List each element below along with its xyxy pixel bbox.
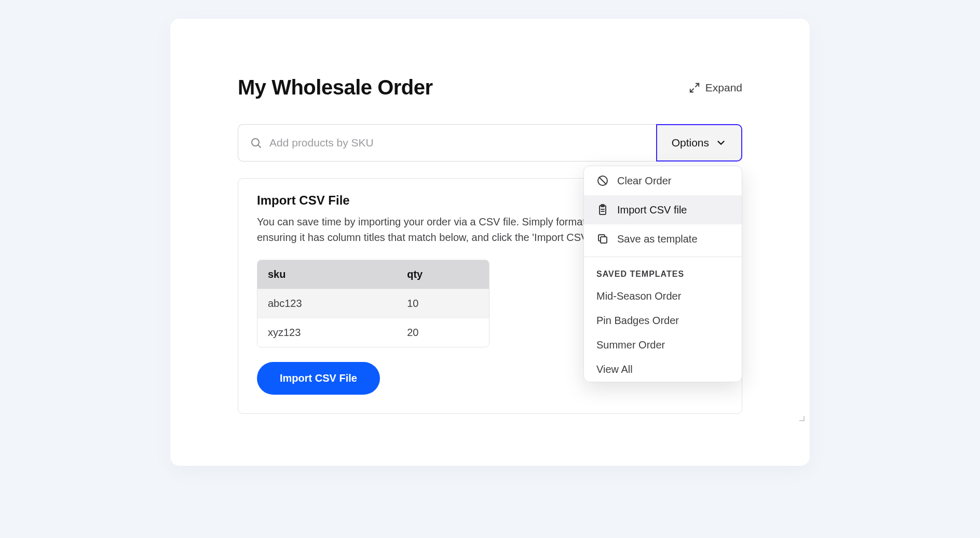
dropdown-item-import-csv[interactable]: Import CSV file <box>584 195 742 224</box>
dropdown-template-item[interactable]: Pin Badges Order <box>584 308 742 333</box>
csv-example-table: sku qty abc123 10 xyz123 20 <box>257 260 489 347</box>
search-wrap[interactable] <box>238 124 656 162</box>
dropdown-template-item[interactable]: Summer Order <box>584 333 742 357</box>
dropdown-item-clear-order[interactable]: Clear Order <box>584 166 742 195</box>
options-button-label: Options <box>672 137 709 149</box>
dropdown-item-label: Save as template <box>617 233 698 245</box>
table-row: abc123 10 <box>257 289 489 318</box>
order-card: My Wholesale Order Expand Options <box>170 19 810 466</box>
expand-button[interactable]: Expand <box>689 82 742 94</box>
dropdown-template-view-all[interactable]: View All <box>584 357 742 382</box>
import-csv-button[interactable]: Import CSV File <box>257 362 380 395</box>
resize-handle-icon[interactable] <box>797 414 805 421</box>
options-button[interactable]: Options <box>656 124 742 162</box>
expand-label: Expand <box>705 82 742 94</box>
dropdown-item-save-template[interactable]: Save as template <box>584 224 742 253</box>
table-header-row: sku qty <box>257 260 489 289</box>
table-header-cell: sku <box>257 260 397 289</box>
table-cell: abc123 <box>257 289 397 318</box>
dropdown-template-item[interactable]: Mid-Season Order <box>584 284 742 308</box>
expand-icon <box>689 82 700 93</box>
svg-line-1 <box>258 145 261 148</box>
card-header: My Wholesale Order Expand <box>238 76 742 99</box>
dropdown-item-label: Clear Order <box>617 175 671 187</box>
controls-row: Options Clear Order Import CSV file <box>238 124 742 162</box>
clipboard-icon <box>596 204 609 216</box>
page-title: My Wholesale Order <box>238 76 433 99</box>
table-cell: 10 <box>397 289 489 318</box>
search-icon <box>250 137 262 149</box>
table-cell: xyz123 <box>257 318 397 347</box>
svg-rect-8 <box>601 237 607 243</box>
table-cell: 20 <box>397 318 489 347</box>
options-dropdown: Clear Order Import CSV file Save as temp… <box>583 166 742 382</box>
dropdown-templates-heading: SAVED TEMPLATES <box>584 257 742 284</box>
svg-line-3 <box>600 178 606 184</box>
chevron-down-icon <box>715 137 727 149</box>
search-input[interactable] <box>269 137 645 149</box>
ban-icon <box>596 174 609 187</box>
copy-icon <box>596 233 609 245</box>
table-row: xyz123 20 <box>257 318 489 347</box>
table-header-cell: qty <box>397 260 489 289</box>
dropdown-item-label: Import CSV file <box>617 204 687 216</box>
